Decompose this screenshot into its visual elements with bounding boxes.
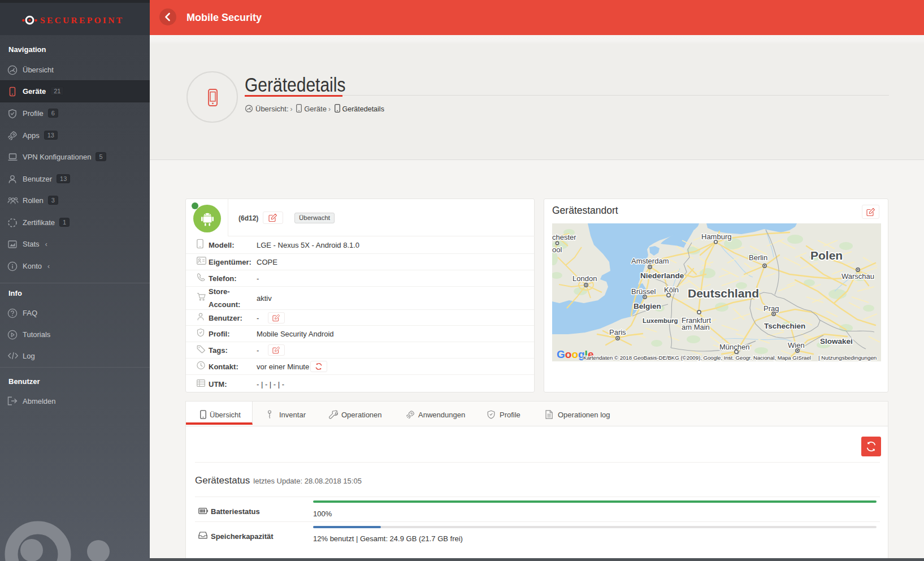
svg-text:Kartendaten © 2018 GeoBasis-DE: Kartendaten © 2018 GeoBasis-DE/BKG (©200… (583, 355, 811, 361)
svg-text:Belgien: Belgien (634, 302, 661, 310)
svg-text:Wien: Wien (788, 341, 805, 349)
svg-text:Niederlande: Niederlande (640, 271, 684, 280)
svg-text:München: München (719, 343, 749, 351)
svg-text:Berlin: Berlin (749, 253, 767, 262)
svg-text:Prag: Prag (764, 304, 779, 313)
svg-text:ool: ool (552, 245, 562, 254)
svg-text:Hamburg: Hamburg (701, 232, 731, 241)
svg-text:Brüssel: Brüssel (631, 287, 656, 296)
svg-text:Amsterdam: Amsterdam (631, 257, 669, 265)
svg-text:Luxemburg: Luxemburg (643, 317, 678, 324)
svg-text:London: London (572, 274, 597, 283)
svg-text:Paris: Paris (609, 328, 626, 336)
svg-text:Tschechien: Tschechien (764, 322, 805, 330)
svg-text:chester: chester (552, 233, 576, 241)
svg-text:Warschau: Warschau (841, 272, 874, 280)
svg-text:Köln: Köln (664, 286, 679, 294)
svg-text:am Main: am Main (682, 323, 710, 331)
svg-text:Slowakei: Slowakei (820, 337, 853, 346)
svg-text:Deutschland: Deutschland (688, 287, 759, 300)
svg-text:Polen: Polen (810, 249, 843, 262)
svg-text:| Nutzungsbedingungen: | Nutzungsbedingungen (818, 355, 877, 361)
